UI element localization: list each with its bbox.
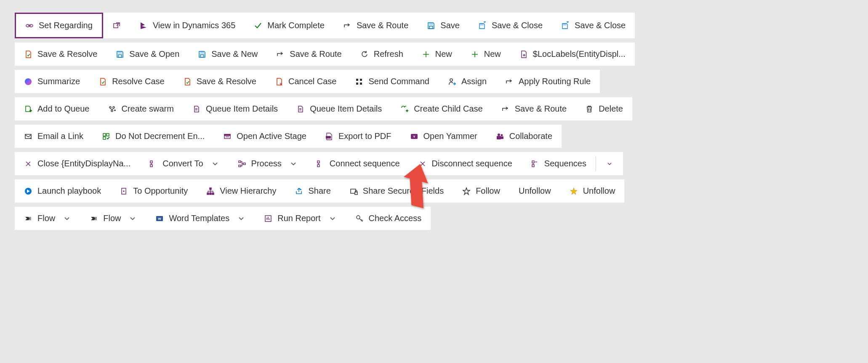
svg-rect-3 — [114, 24, 118, 28]
trash-icon — [585, 105, 594, 113]
save-icon — [198, 50, 206, 59]
popout-button[interactable] — [103, 13, 130, 38]
report-icon — [264, 214, 272, 223]
flow-button-2[interactable]: Flow — [80, 207, 146, 230]
button-label: Save & Close — [492, 21, 543, 30]
loc-labels-button[interactable]: $LocLabels(EntityDispl... — [510, 43, 635, 66]
summarize-button[interactable]: Summarize — [15, 70, 89, 93]
toolbar-row-7: FlowFlowWWord TemplatesRun ReportCheck A… — [15, 207, 431, 230]
copilot-icon — [24, 77, 32, 86]
svg-point-37 — [501, 134, 503, 136]
svg-rect-52 — [210, 188, 211, 190]
view-in-dynamics-button[interactable]: View in Dynamics 365 — [130, 13, 245, 38]
stage-icon — [223, 132, 232, 141]
chevron-down-icon — [211, 160, 219, 168]
launch-playbook-button[interactable]: Launch playbook — [15, 179, 110, 203]
set-regarding-button[interactable]: Set Regarding — [15, 13, 103, 38]
follow-button[interactable]: Follow — [453, 179, 509, 203]
save-route-button-1[interactable]: Save & Route — [334, 13, 418, 38]
svg-rect-45 — [317, 161, 320, 163]
do-not-decrement-button[interactable]: Do Not Decrement En... — [93, 125, 214, 148]
send-command-button[interactable]: Send Command — [346, 70, 439, 93]
svg-point-20 — [111, 110, 113, 112]
save-close-button-2[interactable]: Save & Close — [552, 13, 635, 38]
button-label: Summarize — [37, 77, 80, 86]
check-access-button[interactable]: Check Access — [346, 207, 431, 230]
apply-routing-button[interactable]: Apply Routing Rule — [496, 70, 600, 93]
open-active-stage-button[interactable]: Open Active Stage — [214, 125, 316, 148]
export-pdf-button[interactable]: PDFExport to PDF — [316, 125, 401, 148]
page-x-icon — [275, 77, 283, 86]
open-yammer-button[interactable]: YOpen Yammer — [401, 125, 487, 148]
toolbar-row-1: Save & ResolveSave & OpenSave & NewSave … — [15, 43, 635, 66]
add-to-queue-button[interactable]: Add to Queue — [15, 97, 99, 120]
new-button-2[interactable]: New — [461, 43, 510, 66]
button-label: Flow — [103, 214, 121, 223]
to-opportunity-button[interactable]: To Opportunity — [110, 179, 197, 203]
plus-icon — [471, 50, 479, 59]
mark-complete-button[interactable]: Mark Complete — [245, 13, 334, 38]
opportunity-icon — [120, 187, 128, 195]
save-new-button[interactable]: Save & New — [189, 43, 267, 66]
new-button-1[interactable]: New — [413, 43, 461, 66]
svg-rect-55 — [212, 193, 214, 195]
svg-rect-48 — [532, 165, 534, 167]
unfollow-button-1[interactable]: Unfollow — [509, 179, 560, 203]
process-button[interactable]: Process — [229, 152, 307, 175]
flow-icon — [24, 214, 32, 223]
word-templates-button[interactable]: WWord Templates — [146, 207, 255, 230]
refresh-button[interactable]: Refresh — [351, 43, 413, 66]
resolve-case-button[interactable]: Resolve Case — [89, 70, 174, 93]
close-entity-button[interactable]: Close {EntityDisplayNa... — [15, 152, 140, 175]
save-route-button-3[interactable]: Save & Route — [492, 97, 576, 120]
assign-button[interactable]: Assign — [439, 70, 496, 93]
button-label: New — [484, 49, 501, 59]
save-button[interactable]: Save — [418, 13, 469, 38]
save-close-button-1[interactable]: Save & Close — [469, 13, 552, 38]
page-check-icon — [99, 77, 107, 86]
button-label: Apply Routing Rule — [519, 77, 591, 86]
button-label: Launch playbook — [37, 186, 101, 196]
run-report-button[interactable]: Run Report — [255, 207, 346, 230]
save-route-button-2[interactable]: Save & Route — [267, 43, 351, 66]
connect-sequence-button[interactable]: Connect sequence — [307, 152, 409, 175]
svg-point-12 — [25, 78, 32, 85]
save-close-icon — [478, 21, 487, 30]
pdf-icon: PDF — [325, 132, 333, 141]
save-resolve-button-1[interactable]: Save & Resolve — [15, 43, 107, 66]
button-label: Refresh — [374, 49, 403, 59]
disconnect-sequence-button[interactable]: Disconnect sequence — [409, 152, 522, 175]
button-label: Disconnect sequence — [432, 159, 512, 168]
button-label: To Opportunity — [133, 186, 188, 196]
button-label: Save & New — [211, 49, 258, 59]
button-label: Save & Resolve — [197, 77, 256, 86]
queue-details-button-2[interactable]: Queue Item Details — [287, 97, 391, 120]
svg-rect-57 — [355, 192, 357, 195]
create-swarm-button[interactable]: Create swarm — [99, 97, 183, 120]
create-child-case-button[interactable]: Create Child Case — [391, 97, 492, 120]
collaborate-button[interactable]: Collaborate — [487, 125, 562, 148]
chevron-down-icon — [128, 214, 137, 223]
svg-point-51 — [123, 191, 124, 192]
sequences-button[interactable]: Sequences — [522, 152, 596, 175]
save-resolve-button-2[interactable]: Save & Resolve — [174, 70, 266, 93]
share-secured-button[interactable]: Share Secured Fields — [340, 179, 453, 203]
hierarchy-icon — [206, 187, 215, 195]
teams-icon — [496, 132, 504, 141]
svg-text:PDF: PDF — [326, 136, 330, 139]
queue-details-button-1[interactable]: Queue Item Details — [183, 97, 287, 120]
email-link-button[interactable]: Email a Link — [15, 125, 93, 148]
button-label: Save & Route — [290, 49, 341, 59]
flow-button-1[interactable]: Flow — [15, 207, 80, 230]
sequences-dropdown[interactable] — [596, 152, 623, 175]
flow-icon — [90, 214, 98, 223]
delete-button[interactable]: Delete — [576, 97, 632, 120]
convert-to-button[interactable]: Convert To — [140, 152, 228, 175]
unfollow-button-2[interactable]: Unfollow — [560, 179, 625, 203]
view-hierarchy-button[interactable]: View Hierarchy — [197, 179, 285, 203]
cancel-case-button[interactable]: Cancel Case — [266, 70, 346, 93]
share-button[interactable]: Share — [285, 179, 340, 203]
button-label: Mark Complete — [267, 21, 325, 30]
button-label: Flow — [37, 214, 55, 223]
save-open-button[interactable]: Save & Open — [107, 43, 189, 66]
